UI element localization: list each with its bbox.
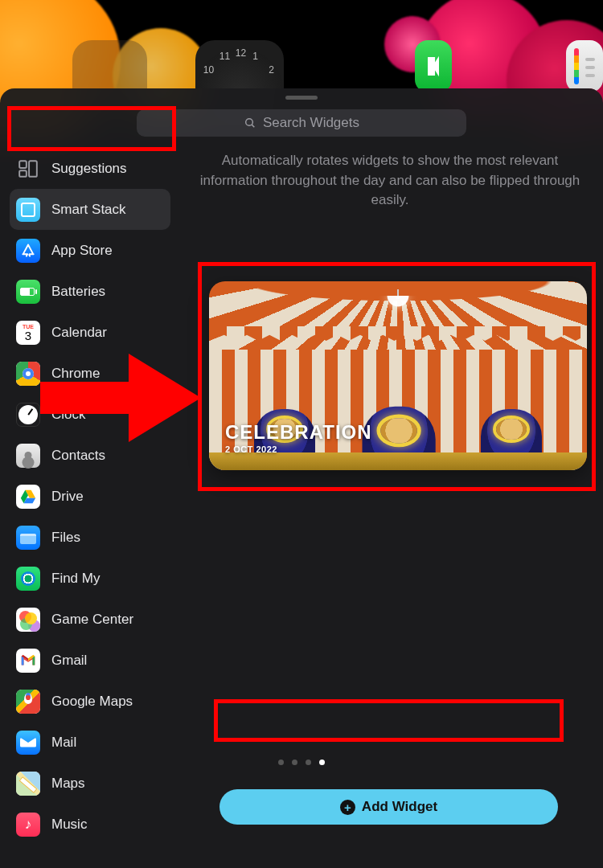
- sidebar-item-files[interactable]: Files: [10, 517, 170, 558]
- add-widget-button[interactable]: + Add Widget: [219, 789, 558, 825]
- calendar-icon: TUE 3: [16, 321, 40, 345]
- sidebar-item-chrome[interactable]: Chrome: [10, 353, 170, 394]
- svg-line-1: [252, 125, 254, 127]
- sidebar-item-label: Clock: [51, 407, 86, 423]
- sidebar-item-label: Google Maps: [51, 694, 133, 710]
- contacts-app-icon: [566, 40, 603, 92]
- clock-number: 12: [236, 47, 246, 59]
- sidebar-item-find-my[interactable]: Find My: [10, 558, 170, 599]
- sidebar-item-label: Calendar: [51, 325, 107, 341]
- sidebar-item-label: Contacts: [51, 448, 105, 464]
- sidebar-item-music[interactable]: Music: [10, 804, 170, 845]
- page-dot[interactable]: [292, 760, 297, 765]
- clock-icon: [16, 403, 40, 427]
- widget-gallery-sheet: Search Widgets Suggestions Smart Stack A…: [0, 88, 603, 868]
- add-widget-label: Add Widget: [362, 799, 437, 815]
- sidebar-item-label: Chrome: [51, 366, 100, 382]
- widget-preview[interactable]: CELEBRATION 2 OCT 2022: [209, 281, 587, 470]
- clock-number: 1: [252, 51, 258, 62]
- files-icon: [16, 526, 40, 550]
- page-dot[interactable]: [319, 760, 325, 765]
- suggestions-icon: [16, 157, 40, 181]
- sidebar-item-calendar[interactable]: TUE 3 Calendar: [10, 312, 170, 353]
- sidebar-item-label: Suggestions: [51, 161, 127, 177]
- preview-subtitle: 2 OCT 2022: [225, 444, 372, 454]
- sidebar-item-drive[interactable]: Drive: [10, 476, 170, 517]
- sidebar-item-label: Maps: [51, 776, 85, 792]
- widget-description: Automatically rotates widgets to show th…: [193, 148, 587, 211]
- sidebar-item-label: Find My: [51, 571, 100, 587]
- svg-rect-4: [29, 161, 37, 177]
- sidebar-item-mail[interactable]: Mail: [10, 722, 170, 763]
- gmail-icon: [16, 649, 40, 673]
- chrome-icon: [16, 362, 40, 386]
- sidebar-item-label: Gmail: [51, 653, 87, 669]
- sidebar-item-app-store[interactable]: App Store: [10, 230, 170, 271]
- sidebar-item-gmail[interactable]: Gmail: [10, 640, 170, 681]
- page-dot[interactable]: [278, 760, 284, 765]
- sidebar-item-label: App Store: [51, 243, 113, 259]
- sidebar-item-batteries[interactable]: Batteries: [10, 271, 170, 312]
- sidebar-item-google-maps[interactable]: Google Maps: [10, 681, 170, 722]
- page-dot[interactable]: [306, 760, 311, 765]
- svg-rect-2: [19, 161, 27, 168]
- sidebar-item-label: Music: [51, 817, 87, 833]
- smart-stack-icon: [16, 198, 40, 222]
- plus-icon: +: [340, 800, 355, 815]
- sidebar-item-label: Smart Stack: [51, 202, 126, 218]
- google-maps-icon: [16, 690, 40, 714]
- widget-detail-pane: Automatically rotates widgets to show th…: [177, 148, 603, 868]
- clock-number: 2: [269, 64, 274, 76]
- music-icon: [16, 813, 40, 837]
- find-my-icon: [16, 567, 40, 591]
- sidebar-item-label: Mail: [51, 735, 76, 751]
- clock-number: 11: [219, 51, 230, 62]
- search-input[interactable]: Search Widgets: [137, 109, 466, 137]
- search-placeholder: Search Widgets: [263, 115, 359, 131]
- sidebar-item-contacts[interactable]: Contacts: [10, 435, 170, 476]
- contacts-icon: [16, 444, 40, 468]
- maps-icon: [16, 772, 40, 796]
- search-icon: [244, 117, 256, 129]
- facetime-app-icon: [415, 40, 452, 92]
- drive-icon: [16, 485, 40, 509]
- mail-icon: [16, 731, 40, 755]
- sidebar-item-label: Files: [51, 530, 80, 546]
- sidebar-item-label: Batteries: [51, 284, 105, 300]
- widget-source-list[interactable]: Suggestions Smart Stack App Store Batter…: [0, 148, 177, 868]
- svg-point-0: [246, 119, 253, 126]
- page-indicator[interactable]: [278, 760, 325, 765]
- calendar-day-num: 3: [25, 330, 31, 342]
- game-center-icon: [16, 608, 40, 632]
- sidebar-item-label: Game Center: [51, 612, 133, 628]
- sidebar-item-maps[interactable]: Maps: [10, 763, 170, 804]
- clock-number: 10: [203, 64, 214, 76]
- sidebar-item-suggestions[interactable]: Suggestions: [10, 148, 170, 189]
- sidebar-item-game-center[interactable]: Game Center: [10, 599, 170, 640]
- app-store-icon: [16, 239, 40, 263]
- sidebar-item-clock[interactable]: Clock: [10, 394, 170, 435]
- svg-rect-3: [19, 170, 27, 177]
- sidebar-item-smart-stack[interactable]: Smart Stack: [10, 189, 170, 230]
- batteries-icon: [16, 280, 40, 304]
- sidebar-item-label: Drive: [51, 489, 84, 505]
- preview-title: CELEBRATION: [225, 423, 372, 442]
- sheet-grabber[interactable]: [285, 96, 318, 100]
